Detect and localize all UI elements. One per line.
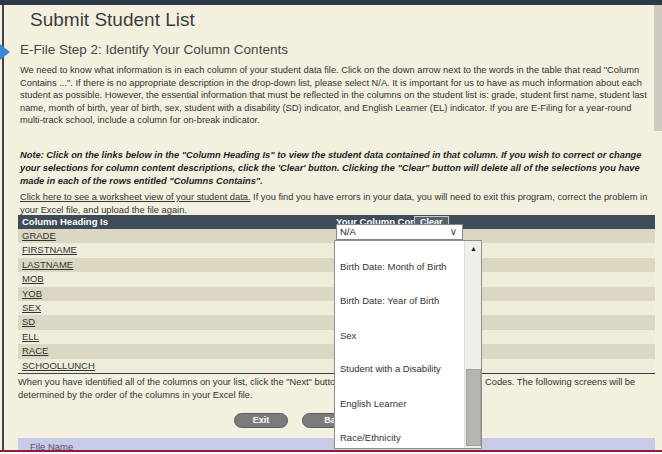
bottom-border — [0, 450, 662, 452]
dropdown-option-english-learner[interactable]: English Learner — [340, 398, 407, 409]
file-name-label: File Name — [30, 441, 73, 450]
grade-select-value: N/A — [340, 226, 356, 237]
row-link-sex[interactable]: SEX — [18, 302, 41, 313]
dropdown-scrollbar[interactable]: ▲ — [464, 241, 481, 448]
note-paragraph: Note: Click on the links below in the "C… — [20, 149, 652, 188]
worksheet-paragraph: Click here to see a worksheet view of yo… — [20, 191, 652, 216]
col-heading-is-header: Column Heading Is — [22, 215, 108, 229]
dropdown-option-race-ethnicity[interactable]: Race/Ethnicity — [340, 432, 401, 443]
intro-paragraph: We need to know what information is in e… — [20, 64, 652, 127]
column-contains-dropdown: Birth Date: Month of Birth Birth Date: Y… — [334, 240, 482, 449]
dropdown-option-month-of-birth[interactable]: Birth Date: Month of Birth — [340, 261, 447, 272]
grade-column-select[interactable]: N/A ∨ — [336, 224, 463, 240]
window-edge-strip — [654, 5, 662, 131]
row-link-firstname[interactable]: FIRSTNAME — [18, 244, 77, 255]
next-instructions-line2: determined by the order of the columns i… — [18, 390, 253, 400]
row-link-ell[interactable]: ELL — [18, 331, 39, 342]
step-arrow-icon — [0, 44, 10, 60]
dropdown-option-year-of-birth[interactable]: Birth Date: Year of Birth — [340, 295, 439, 306]
next-instructions-right: Codes. The following screens will be — [485, 377, 635, 387]
dropdown-option-disability[interactable]: Student with a Disability — [340, 363, 441, 374]
row-link-sd[interactable]: SD — [18, 316, 35, 327]
row-link-schoollunch[interactable]: SCHOOLLUNCH — [18, 360, 95, 371]
row-link-grade[interactable]: GRADE — [18, 230, 56, 241]
submit-student-list-page: Submit Student List E-File Step 2: Ident… — [0, 0, 662, 454]
row-link-mob[interactable]: MOB — [18, 273, 44, 284]
page-title: Submit Student List — [30, 9, 195, 31]
row-link-yob[interactable]: YOB — [18, 288, 42, 299]
scrollbar-thumb[interactable] — [466, 369, 481, 446]
scroll-up-arrow-icon[interactable]: ▲ — [466, 242, 481, 255]
top-border — [0, 0, 662, 5]
exit-button[interactable]: Exit — [234, 413, 288, 428]
dropdown-option-sex[interactable]: Sex — [340, 330, 356, 341]
row-link-race[interactable]: RACE — [18, 345, 48, 356]
row-link-lastname[interactable]: LASTNAME — [18, 259, 73, 270]
worksheet-view-link[interactable]: Click here to see a worksheet view of yo… — [20, 192, 250, 202]
next-instructions-left: When you have identified all of the colu… — [18, 377, 348, 387]
left-border — [2, 5, 4, 450]
chevron-down-icon: ∨ — [450, 225, 457, 239]
section-heading: E-File Step 2: Identify Your Column Cont… — [20, 42, 288, 57]
